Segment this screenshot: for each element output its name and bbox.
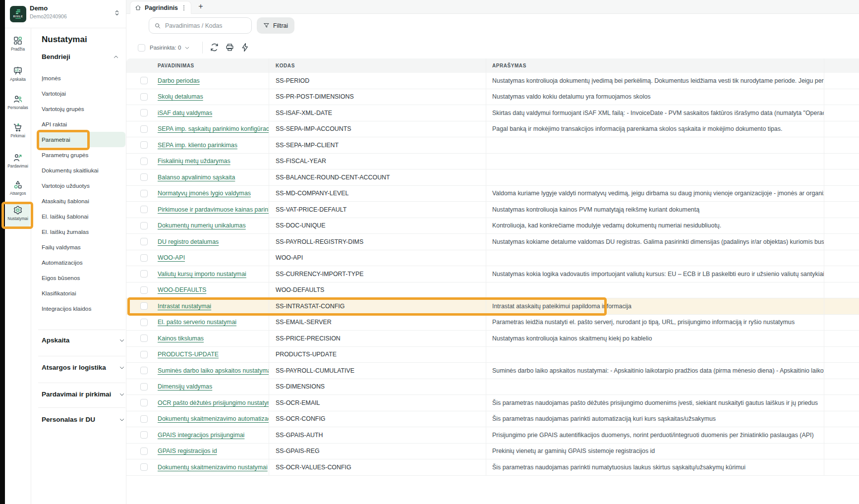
row-checkbox[interactable]: [140, 302, 148, 310]
row-checkbox[interactable]: [140, 270, 148, 278]
sidebar-item-parametrai[interactable]: Parametrai: [38, 132, 125, 147]
row-checkbox[interactable]: [140, 109, 148, 116]
parameter-link[interactable]: OCR pašto dėžutės prisijungimo nustatyma…: [158, 399, 269, 406]
parameter-link[interactable]: Pirkimuose ir pardavimuose kainas parink…: [158, 206, 269, 213]
row-checkbox[interactable]: [140, 335, 148, 342]
parameter-link[interactable]: SEPA imp. sąskaitų parinkimo konfigūraci…: [158, 125, 269, 132]
parameter-link[interactable]: Kainos tikslumas: [158, 335, 204, 342]
search-icon: [154, 22, 161, 29]
row-checkbox[interactable]: [140, 399, 148, 406]
sidebar-section-apskaita[interactable]: Apskaita: [42, 336, 125, 344]
rail-item-pardavimai[interactable]: Pardavimai: [5, 151, 30, 168]
selected-count-dropdown[interactable]: Pasirinkta: 0: [150, 42, 190, 53]
row-checkbox[interactable]: [140, 463, 148, 471]
parameter-link[interactable]: PRODUCTS-UPDATE: [158, 351, 219, 358]
sidebar-item-eigos-būsenos[interactable]: Eigos būsenos: [38, 270, 125, 285]
sidebar-section-atsargos-ir-logistika[interactable]: Atsargos ir logistika: [42, 364, 125, 371]
parameter-link[interactable]: WOO-DEFAULTS: [158, 286, 206, 293]
row-checkbox-cell: [126, 73, 154, 89]
sidebar-item-failų-valdymas[interactable]: Failų valdymas: [38, 239, 125, 255]
search-input[interactable]: [165, 22, 246, 29]
row-checkbox[interactable]: [140, 158, 148, 165]
sidebar-item-įmonės[interactable]: Įmonės: [38, 70, 125, 86]
tab-menu-icon[interactable]: [181, 4, 186, 11]
parameter-link[interactable]: Dimensijų valdymas: [158, 383, 212, 390]
row-checkbox[interactable]: [140, 254, 148, 262]
parameter-link[interactable]: Fiskalinių metų uždarymas: [158, 158, 230, 165]
sidebar-section-personalas-ir-du[interactable]: Personalas ir DU: [42, 416, 125, 423]
parameter-link[interactable]: Balanso apvalinimo sąskaita: [158, 174, 235, 181]
parameter-link[interactable]: WOO-API: [158, 254, 185, 261]
select-all-checkbox[interactable]: [138, 44, 145, 52]
sidebar-item-el-laiškų-žurnalas[interactable]: El. laiškų žurnalas: [38, 224, 125, 239]
automation-button[interactable]: [240, 43, 250, 52]
rail-item-apskaita[interactable]: Apskaita: [5, 64, 30, 82]
row-checkbox[interactable]: [140, 351, 148, 358]
sidebar-item-parametrų-grupės[interactable]: Parametrų grupės: [38, 147, 125, 163]
parameter-link[interactable]: Dokumentų skaitmenizavimo automatizacija: [158, 415, 269, 422]
row-checkbox[interactable]: [140, 431, 148, 439]
row-empty-cell: [824, 266, 859, 282]
rail-item-atsargos[interactable]: Atsargos: [5, 178, 30, 196]
sidebar-item-vartotojai[interactable]: Vartotojai: [38, 86, 125, 101]
parameter-link[interactable]: El. pašto serverio nustatymai: [158, 319, 236, 326]
row-checkbox[interactable]: [140, 206, 148, 213]
refresh-button[interactable]: [210, 43, 219, 52]
parameter-link[interactable]: Darbo periodas: [158, 77, 200, 84]
parameter-link[interactable]: Valiutų kursų importo nustatymai: [158, 271, 246, 278]
sidebar-menu: ĮmonėsVartotojaiVartotojų grupėsAPI rakt…: [31, 70, 126, 316]
sidebar-item-el-laiškų-šablonai[interactable]: El. laiškų šablonai: [38, 209, 125, 224]
parameter-link[interactable]: GPAIS registracijos id: [158, 448, 217, 454]
rail-item-pradzia[interactable]: Pradžia: [5, 34, 30, 52]
parameter-link[interactable]: GPAIS integracijos prisijungimai: [158, 432, 244, 439]
row-checkbox[interactable]: [140, 238, 148, 245]
row-description-cell: Nustatymas kokiame detalume valdomas DU …: [486, 234, 824, 250]
rail-item-personalas[interactable]: Personalas: [5, 92, 30, 110]
parameter-link[interactable]: Dokumentų numerių unikalumas: [158, 222, 246, 229]
table-row: El. pašto serverio nustatymaiSS-EMAIL-SE…: [126, 315, 859, 331]
parameter-link[interactable]: SEPA imp. kliento parinkimas: [158, 142, 237, 149]
sidebar-group-bendrieji[interactable]: Bendrieji: [42, 53, 119, 60]
parameter-link[interactable]: Normatyvų įmonės lygio valdymas: [158, 190, 251, 197]
row-checkbox[interactable]: [140, 222, 148, 229]
row-checkbox[interactable]: [140, 319, 148, 326]
sidebar-item-klasifikatoriai[interactable]: Klasifikatoriai: [38, 285, 125, 301]
workspace-switcher-icon[interactable]: [113, 9, 121, 17]
new-tab-button[interactable]: +: [197, 3, 205, 11]
sidebar-item-vartotojo-užduotys[interactable]: Vartotojo užduotys: [38, 178, 125, 193]
parameter-link[interactable]: Intrastat nustatymai: [158, 303, 211, 310]
sidebar-item-automatizacijos[interactable]: Automatizacijos: [38, 255, 125, 270]
tab-pagrindinis[interactable]: Pagrindinis: [130, 1, 191, 14]
table-header-row: PAVADINIMAS KODAS APRAŠYMAS: [126, 58, 859, 73]
parameter-link[interactable]: Dokumentų skaitmenizavimo nustatymai: [158, 464, 268, 471]
row-empty-cell: [824, 218, 859, 234]
row-checkbox[interactable]: [140, 93, 148, 101]
table-row: Balanso apvalinimo sąskaitaSS-BALANCE-RO…: [126, 169, 859, 186]
filter-button[interactable]: Filtrai: [257, 17, 294, 34]
row-checkbox[interactable]: [140, 173, 148, 181]
row-description-cell: Šis parametras naudojamas parinkti numat…: [486, 459, 824, 475]
row-code-cell: SS-FISCAL-YEAR: [269, 154, 486, 169]
sidebar-item-dokumentų-skaitliukai[interactable]: Dokumentų skaitliukai: [38, 163, 125, 178]
row-checkbox[interactable]: [140, 383, 148, 391]
row-checkbox[interactable]: [140, 367, 148, 374]
row-checkbox[interactable]: [140, 448, 148, 455]
row-checkbox[interactable]: [140, 190, 148, 197]
row-checkbox[interactable]: [140, 125, 148, 133]
row-checkbox[interactable]: [140, 286, 148, 294]
row-checkbox[interactable]: [140, 141, 148, 149]
rail-item-nustatymai[interactable]: Nustatymai: [5, 203, 30, 228]
sidebar-item-ataskaitų-šablonai[interactable]: Ataskaitų šablonai: [38, 193, 125, 209]
row-checkbox[interactable]: [140, 415, 148, 423]
parameter-link[interactable]: Suminės darbo laiko apskaitos nustatymai: [158, 367, 269, 374]
sidebar-item-api-raktai[interactable]: API raktai: [38, 116, 125, 132]
sidebar-section-pardavimai-ir-pirkimai[interactable]: Pardavimai ir pirkimai: [42, 391, 125, 398]
parameter-link[interactable]: DU registro detalumas: [158, 238, 219, 245]
rail-item-pirkimai[interactable]: Pirkimai: [5, 120, 30, 138]
row-checkbox[interactable]: [140, 77, 148, 84]
sidebar-item-integracijos-klaidos[interactable]: Integracijos klaidos: [38, 301, 125, 316]
sidebar-item-vartotojų-grupės[interactable]: Vartotojų grupės: [38, 101, 125, 116]
print-button[interactable]: [225, 43, 234, 52]
parameter-link[interactable]: iSAF datų valdymas: [158, 110, 212, 116]
parameter-link[interactable]: Skolų detalumas: [158, 93, 203, 100]
